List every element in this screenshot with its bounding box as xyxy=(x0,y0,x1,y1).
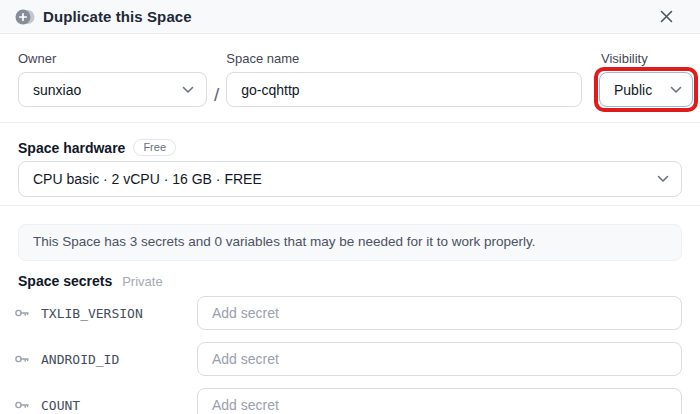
dialog-header: Duplicate this Space xyxy=(0,0,700,34)
duplicate-space-dialog: Duplicate this Space Owner sunxiao / Spa… xyxy=(0,0,700,414)
secret-value-input[interactable] xyxy=(197,342,682,376)
chevron-down-icon xyxy=(182,86,194,94)
secret-name: TXLIB_VERSION xyxy=(41,306,143,321)
secret-value-input[interactable] xyxy=(197,388,682,414)
hardware-select-value: CPU basic · 2 vCPU · 16 GB · FREE xyxy=(33,171,262,187)
key-icon xyxy=(14,351,30,367)
chevron-down-icon xyxy=(670,86,682,94)
section-divider xyxy=(0,205,700,206)
owner-select-value: sunxiao xyxy=(33,82,81,98)
chevron-down-icon xyxy=(657,175,669,183)
secret-value-input[interactable] xyxy=(197,296,682,330)
dialog-title: Duplicate this Space xyxy=(43,8,192,25)
hardware-label: Space hardware xyxy=(18,140,125,156)
secrets-notice: This Space has 3 secrets and 0 variables… xyxy=(18,224,682,261)
hardware-section: Space hardware Free CPU basic · 2 vCPU ·… xyxy=(0,139,700,197)
hardware-select[interactable]: CPU basic · 2 vCPU · 16 GB · FREE xyxy=(18,161,682,197)
secrets-section: Space secrets Private TXLIB_VERSION ANDR… xyxy=(0,273,700,414)
visibility-select-value: Public xyxy=(614,82,652,98)
duplicate-space-icon xyxy=(14,8,36,26)
close-icon xyxy=(660,10,673,23)
key-icon xyxy=(14,397,30,413)
space-name-label: Space name xyxy=(226,51,582,67)
visibility-field: Visibility Public xyxy=(594,51,698,112)
space-name-field: Space name xyxy=(226,51,582,107)
visibility-label: Visibility xyxy=(594,51,698,67)
secret-row: COUNT xyxy=(14,388,682,414)
free-badge: Free xyxy=(133,139,176,156)
visibility-select[interactable]: Public xyxy=(599,72,693,107)
owner-select[interactable]: sunxiao xyxy=(18,72,207,107)
section-divider xyxy=(0,122,700,123)
close-button[interactable] xyxy=(656,7,676,27)
secret-row: TXLIB_VERSION xyxy=(14,296,682,330)
owner-label: Owner xyxy=(18,51,207,67)
secret-name: COUNT xyxy=(41,398,80,413)
name-owner-row: Owner sunxiao / Space name Visibility Pu… xyxy=(0,51,700,112)
private-badge: Private xyxy=(122,274,162,289)
secrets-label: Space secrets xyxy=(18,273,112,289)
key-icon xyxy=(14,305,30,321)
owner-name-separator: / xyxy=(214,77,219,112)
secret-row: ANDROID_ID xyxy=(14,342,682,376)
visibility-highlight-box: Public xyxy=(594,67,698,112)
owner-field: Owner sunxiao xyxy=(18,51,207,107)
space-name-input[interactable] xyxy=(226,72,582,107)
secret-name: ANDROID_ID xyxy=(41,352,119,367)
